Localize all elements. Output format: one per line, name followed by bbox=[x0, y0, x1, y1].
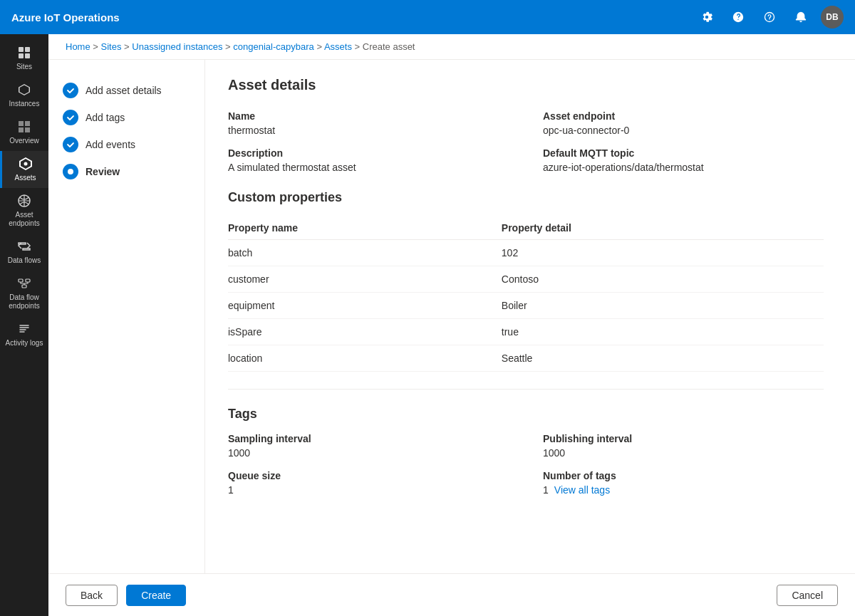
number-of-tags-count: 1 bbox=[543, 484, 549, 496]
prop-detail-cell: Contoso bbox=[467, 266, 824, 293]
step-add-tags[interactable]: Add tags bbox=[60, 104, 193, 131]
queue-size-label: Queue size bbox=[228, 470, 509, 481]
table-row: equipment Boiler bbox=[228, 293, 824, 319]
table-row: customer Contoso bbox=[228, 266, 824, 293]
create-button[interactable]: Create bbox=[126, 585, 186, 606]
view-all-tags-link[interactable]: View all tags bbox=[554, 484, 610, 496]
data-flow-endpoints-label: Data flow endpoints bbox=[3, 293, 46, 310]
user-avatar[interactable]: DB bbox=[821, 6, 844, 28]
field-mqtt-label: Default MQTT topic bbox=[543, 147, 824, 159]
field-name: Name thermostat bbox=[228, 110, 509, 136]
instances-label: Instances bbox=[9, 100, 40, 108]
content-area: Home > Sites > Unassigned instances > co… bbox=[48, 34, 855, 616]
svg-rect-8 bbox=[22, 285, 26, 288]
breadcrumb-unassigned[interactable]: Unassigned instances bbox=[132, 41, 222, 52]
publishing-interval-label: Publishing interval bbox=[543, 433, 824, 444]
breadcrumb-current: Create asset bbox=[363, 41, 415, 52]
sidebar-item-instances[interactable]: Instances bbox=[0, 77, 48, 114]
step-review[interactable]: Review bbox=[60, 158, 193, 185]
breadcrumb-sites[interactable]: Sites bbox=[101, 41, 122, 52]
svg-rect-1 bbox=[25, 47, 30, 52]
prop-detail-cell: 102 bbox=[467, 240, 824, 266]
publishing-interval-value: 1000 bbox=[543, 447, 824, 459]
main-panel: Asset details Name thermostat Asset endp… bbox=[205, 60, 855, 573]
data-flow-endpoints-icon bbox=[17, 276, 31, 291]
help-icon[interactable] bbox=[727, 6, 750, 28]
number-of-tags-value: 1 View all tags bbox=[543, 484, 824, 496]
table-row: batch 102 bbox=[228, 240, 824, 266]
back-button[interactable]: Back bbox=[66, 585, 118, 606]
svg-rect-6 bbox=[19, 279, 23, 282]
data-flows-label: Data flows bbox=[8, 256, 41, 265]
field-description-value: A simulated thermostat asset bbox=[228, 162, 509, 173]
sidebar: Sites Instances Overview Assets Asset en… bbox=[0, 34, 48, 616]
step-label-1: Add asset details bbox=[86, 85, 162, 96]
breadcrumb-home[interactable]: Home bbox=[66, 41, 90, 52]
field-endpoint-label: Asset endpoint bbox=[543, 110, 824, 122]
sidebar-item-asset-endpoints[interactable]: Asset endpoints bbox=[0, 188, 48, 234]
field-number-of-tags: Number of tags 1 View all tags bbox=[543, 470, 824, 496]
assets-icon bbox=[19, 157, 33, 171]
svg-rect-0 bbox=[19, 47, 24, 52]
field-description-label: Description bbox=[228, 147, 509, 159]
table-row: location Seattle bbox=[228, 345, 824, 372]
nav-icons: DB bbox=[695, 6, 844, 28]
sites-icon bbox=[17, 46, 31, 60]
breadcrumb: Home > Sites > Unassigned instances > co… bbox=[48, 34, 855, 60]
data-flows-icon bbox=[17, 239, 31, 254]
prop-name-cell: customer bbox=[228, 266, 467, 293]
prop-detail-cell: true bbox=[467, 319, 824, 345]
sites-label: Sites bbox=[16, 63, 32, 71]
custom-properties-table: Property name Property detail batch 102 … bbox=[228, 216, 824, 372]
sidebar-item-activity-logs[interactable]: Activity logs bbox=[0, 316, 48, 353]
sampling-interval-value: 1000 bbox=[228, 447, 509, 459]
prop-name-cell: batch bbox=[228, 240, 467, 266]
steps-panel: Add asset details Add tags Add events bbox=[48, 60, 205, 573]
field-sampling-interval: Sampling interval 1000 bbox=[228, 433, 509, 459]
sidebar-item-assets[interactable]: Assets bbox=[0, 151, 48, 188]
sidebar-item-overview[interactable]: Overview bbox=[0, 114, 48, 151]
asset-fields-grid: Name thermostat Asset endpoint opc-ua-co… bbox=[228, 110, 824, 173]
field-publishing-interval: Publishing interval 1000 bbox=[543, 433, 824, 459]
sampling-interval-label: Sampling interval bbox=[228, 433, 509, 444]
footer: Back Create Cancel bbox=[48, 573, 855, 616]
field-queue-size: Queue size 1 bbox=[228, 470, 509, 496]
step-circle-done-1 bbox=[63, 83, 78, 98]
step-label-4: Review bbox=[86, 166, 120, 177]
inner-layout: Add asset details Add tags Add events bbox=[48, 60, 855, 573]
step-label-3: Add events bbox=[86, 139, 135, 150]
notification-icon[interactable] bbox=[789, 6, 812, 28]
top-navigation: Azure IoT Operations DB bbox=[0, 0, 855, 34]
feedback-icon[interactable] bbox=[758, 6, 781, 28]
asset-details-title: Asset details bbox=[228, 77, 824, 93]
number-of-tags-label: Number of tags bbox=[543, 470, 824, 481]
assets-label: Assets bbox=[14, 174, 36, 182]
settings-icon[interactable] bbox=[695, 6, 718, 28]
prop-detail-cell: Boiler bbox=[467, 293, 824, 319]
sidebar-item-data-flow-endpoints[interactable]: Data flow endpoints bbox=[0, 271, 48, 316]
sidebar-item-data-flows[interactable]: Data flows bbox=[0, 234, 48, 271]
field-name-value: thermostat bbox=[228, 125, 509, 136]
custom-properties-title: Custom properties bbox=[228, 190, 824, 205]
sidebar-item-sites[interactable]: Sites bbox=[0, 40, 48, 77]
app-title: Azure IoT Operations bbox=[11, 11, 695, 24]
field-endpoint-value: opc-ua-connector-0 bbox=[543, 125, 824, 136]
field-mqtt-value: azure-iot-operations/data/thermostat bbox=[543, 162, 824, 173]
step-circle-done-3 bbox=[63, 137, 78, 152]
instances-icon bbox=[17, 83, 31, 97]
cancel-button[interactable]: Cancel bbox=[777, 585, 838, 606]
tags-title: Tags bbox=[228, 407, 824, 422]
field-asset-endpoint: Asset endpoint opc-ua-connector-0 bbox=[543, 110, 824, 136]
breadcrumb-assets[interactable]: Assets bbox=[324, 41, 352, 52]
prop-detail-cell: Seattle bbox=[467, 345, 824, 372]
field-name-label: Name bbox=[228, 110, 509, 122]
prop-name-cell: equipment bbox=[228, 293, 467, 319]
prop-name-cell: isSpare bbox=[228, 319, 467, 345]
breadcrumb-instance[interactable]: congenial-capybara bbox=[233, 41, 314, 52]
overview-label: Overview bbox=[9, 137, 39, 145]
step-label-2: Add tags bbox=[86, 112, 125, 123]
field-mqtt-topic: Default MQTT topic azure-iot-operations/… bbox=[543, 147, 824, 173]
prop-name-cell: location bbox=[228, 345, 467, 372]
step-add-asset-details[interactable]: Add asset details bbox=[60, 77, 193, 104]
step-add-events[interactable]: Add events bbox=[60, 131, 193, 158]
